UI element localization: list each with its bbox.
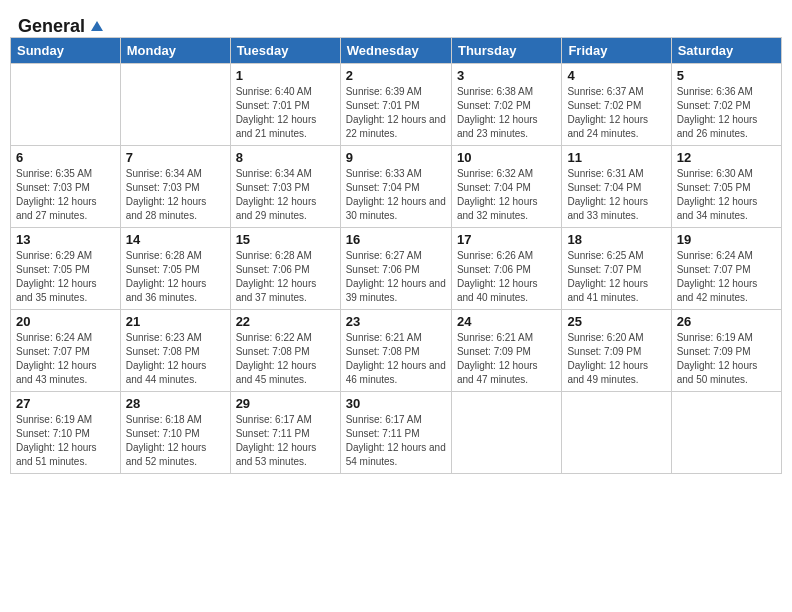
calendar-cell: 18Sunrise: 6:25 AM Sunset: 7:07 PM Dayli… — [562, 228, 671, 310]
calendar-cell: 8Sunrise: 6:34 AM Sunset: 7:03 PM Daylig… — [230, 146, 340, 228]
calendar-cell: 11Sunrise: 6:31 AM Sunset: 7:04 PM Dayli… — [562, 146, 671, 228]
day-number: 1 — [236, 68, 335, 83]
day-number: 16 — [346, 232, 446, 247]
day-info: Sunrise: 6:34 AM Sunset: 7:03 PM Dayligh… — [126, 167, 225, 223]
calendar-cell — [562, 392, 671, 474]
day-number: 9 — [346, 150, 446, 165]
weekday-header: Sunday — [11, 38, 121, 64]
weekday-header: Monday — [120, 38, 230, 64]
calendar-cell: 21Sunrise: 6:23 AM Sunset: 7:08 PM Dayli… — [120, 310, 230, 392]
calendar-cell: 13Sunrise: 6:29 AM Sunset: 7:05 PM Dayli… — [11, 228, 121, 310]
calendar-cell: 30Sunrise: 6:17 AM Sunset: 7:11 PM Dayli… — [340, 392, 451, 474]
day-info: Sunrise: 6:19 AM Sunset: 7:10 PM Dayligh… — [16, 413, 115, 469]
day-number: 17 — [457, 232, 556, 247]
day-info: Sunrise: 6:19 AM Sunset: 7:09 PM Dayligh… — [677, 331, 776, 387]
day-number: 4 — [567, 68, 665, 83]
calendar-week-row: 6Sunrise: 6:35 AM Sunset: 7:03 PM Daylig… — [11, 146, 782, 228]
calendar-cell: 19Sunrise: 6:24 AM Sunset: 7:07 PM Dayli… — [671, 228, 781, 310]
calendar-week-row: 13Sunrise: 6:29 AM Sunset: 7:05 PM Dayli… — [11, 228, 782, 310]
calendar-body: 1Sunrise: 6:40 AM Sunset: 7:01 PM Daylig… — [11, 64, 782, 474]
day-info: Sunrise: 6:33 AM Sunset: 7:04 PM Dayligh… — [346, 167, 446, 223]
calendar-cell: 22Sunrise: 6:22 AM Sunset: 7:08 PM Dayli… — [230, 310, 340, 392]
calendar-cell: 2Sunrise: 6:39 AM Sunset: 7:01 PM Daylig… — [340, 64, 451, 146]
calendar-cell: 3Sunrise: 6:38 AM Sunset: 7:02 PM Daylig… — [451, 64, 561, 146]
day-number: 24 — [457, 314, 556, 329]
calendar-cell: 27Sunrise: 6:19 AM Sunset: 7:10 PM Dayli… — [11, 392, 121, 474]
day-number: 18 — [567, 232, 665, 247]
day-info: Sunrise: 6:17 AM Sunset: 7:11 PM Dayligh… — [236, 413, 335, 469]
day-info: Sunrise: 6:26 AM Sunset: 7:06 PM Dayligh… — [457, 249, 556, 305]
day-info: Sunrise: 6:28 AM Sunset: 7:05 PM Dayligh… — [126, 249, 225, 305]
day-number: 6 — [16, 150, 115, 165]
day-info: Sunrise: 6:36 AM Sunset: 7:02 PM Dayligh… — [677, 85, 776, 141]
weekday-header: Thursday — [451, 38, 561, 64]
calendar-cell: 10Sunrise: 6:32 AM Sunset: 7:04 PM Dayli… — [451, 146, 561, 228]
day-info: Sunrise: 6:24 AM Sunset: 7:07 PM Dayligh… — [16, 331, 115, 387]
day-number: 19 — [677, 232, 776, 247]
day-number: 15 — [236, 232, 335, 247]
day-number: 27 — [16, 396, 115, 411]
day-info: Sunrise: 6:30 AM Sunset: 7:05 PM Dayligh… — [677, 167, 776, 223]
day-number: 23 — [346, 314, 446, 329]
calendar-cell — [451, 392, 561, 474]
header: General — [10, 10, 782, 33]
logo-general-text: General — [18, 16, 85, 37]
day-info: Sunrise: 6:28 AM Sunset: 7:06 PM Dayligh… — [236, 249, 335, 305]
weekday-header: Wednesday — [340, 38, 451, 64]
weekday-header: Saturday — [671, 38, 781, 64]
weekday-header: Tuesday — [230, 38, 340, 64]
day-info: Sunrise: 6:27 AM Sunset: 7:06 PM Dayligh… — [346, 249, 446, 305]
calendar-cell: 4Sunrise: 6:37 AM Sunset: 7:02 PM Daylig… — [562, 64, 671, 146]
calendar-cell: 12Sunrise: 6:30 AM Sunset: 7:05 PM Dayli… — [671, 146, 781, 228]
calendar-cell: 7Sunrise: 6:34 AM Sunset: 7:03 PM Daylig… — [120, 146, 230, 228]
day-number: 13 — [16, 232, 115, 247]
calendar-cell: 23Sunrise: 6:21 AM Sunset: 7:08 PM Dayli… — [340, 310, 451, 392]
calendar-cell: 24Sunrise: 6:21 AM Sunset: 7:09 PM Dayli… — [451, 310, 561, 392]
day-number: 25 — [567, 314, 665, 329]
calendar-cell: 9Sunrise: 6:33 AM Sunset: 7:04 PM Daylig… — [340, 146, 451, 228]
day-number: 7 — [126, 150, 225, 165]
calendar-week-row: 27Sunrise: 6:19 AM Sunset: 7:10 PM Dayli… — [11, 392, 782, 474]
day-info: Sunrise: 6:38 AM Sunset: 7:02 PM Dayligh… — [457, 85, 556, 141]
day-number: 20 — [16, 314, 115, 329]
day-number: 29 — [236, 396, 335, 411]
day-number: 22 — [236, 314, 335, 329]
day-number: 30 — [346, 396, 446, 411]
calendar-cell — [11, 64, 121, 146]
day-info: Sunrise: 6:22 AM Sunset: 7:08 PM Dayligh… — [236, 331, 335, 387]
day-info: Sunrise: 6:20 AM Sunset: 7:09 PM Dayligh… — [567, 331, 665, 387]
calendar-cell — [671, 392, 781, 474]
svg-marker-0 — [91, 21, 103, 31]
calendar-cell: 14Sunrise: 6:28 AM Sunset: 7:05 PM Dayli… — [120, 228, 230, 310]
calendar-cell: 28Sunrise: 6:18 AM Sunset: 7:10 PM Dayli… — [120, 392, 230, 474]
day-info: Sunrise: 6:29 AM Sunset: 7:05 PM Dayligh… — [16, 249, 115, 305]
day-info: Sunrise: 6:32 AM Sunset: 7:04 PM Dayligh… — [457, 167, 556, 223]
day-number: 2 — [346, 68, 446, 83]
day-info: Sunrise: 6:31 AM Sunset: 7:04 PM Dayligh… — [567, 167, 665, 223]
calendar-cell: 26Sunrise: 6:19 AM Sunset: 7:09 PM Dayli… — [671, 310, 781, 392]
day-number: 28 — [126, 396, 225, 411]
day-number: 26 — [677, 314, 776, 329]
calendar-cell: 1Sunrise: 6:40 AM Sunset: 7:01 PM Daylig… — [230, 64, 340, 146]
day-number: 8 — [236, 150, 335, 165]
calendar-cell — [120, 64, 230, 146]
day-number: 12 — [677, 150, 776, 165]
day-info: Sunrise: 6:24 AM Sunset: 7:07 PM Dayligh… — [677, 249, 776, 305]
day-info: Sunrise: 6:23 AM Sunset: 7:08 PM Dayligh… — [126, 331, 225, 387]
logo-icon — [87, 17, 107, 37]
calendar-cell: 6Sunrise: 6:35 AM Sunset: 7:03 PM Daylig… — [11, 146, 121, 228]
calendar-cell: 15Sunrise: 6:28 AM Sunset: 7:06 PM Dayli… — [230, 228, 340, 310]
day-number: 14 — [126, 232, 225, 247]
calendar-week-row: 20Sunrise: 6:24 AM Sunset: 7:07 PM Dayli… — [11, 310, 782, 392]
calendar-table: SundayMondayTuesdayWednesdayThursdayFrid… — [10, 37, 782, 474]
day-number: 21 — [126, 314, 225, 329]
day-number: 3 — [457, 68, 556, 83]
calendar-cell: 20Sunrise: 6:24 AM Sunset: 7:07 PM Dayli… — [11, 310, 121, 392]
day-info: Sunrise: 6:25 AM Sunset: 7:07 PM Dayligh… — [567, 249, 665, 305]
day-number: 5 — [677, 68, 776, 83]
day-info: Sunrise: 6:17 AM Sunset: 7:11 PM Dayligh… — [346, 413, 446, 469]
day-info: Sunrise: 6:34 AM Sunset: 7:03 PM Dayligh… — [236, 167, 335, 223]
day-info: Sunrise: 6:18 AM Sunset: 7:10 PM Dayligh… — [126, 413, 225, 469]
logo: General — [18, 16, 107, 33]
calendar-cell: 16Sunrise: 6:27 AM Sunset: 7:06 PM Dayli… — [340, 228, 451, 310]
